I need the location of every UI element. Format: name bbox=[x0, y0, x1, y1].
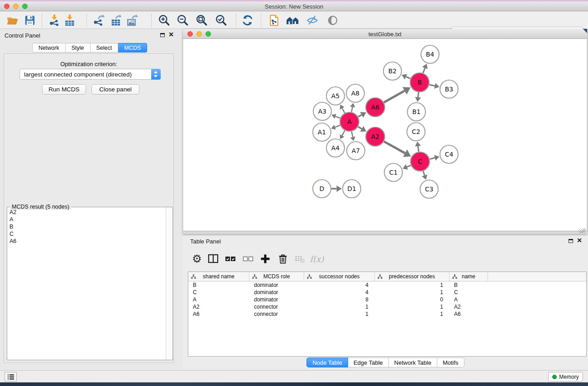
graph-node-B[interactable]: B bbox=[410, 73, 429, 92]
table-cell[interactable]: C bbox=[188, 289, 249, 296]
task-history-button[interactable] bbox=[5, 372, 17, 381]
close-panel-icon[interactable]: ✕ bbox=[168, 32, 174, 37]
table-cell[interactable]: 4 bbox=[304, 289, 375, 296]
zoom-fit-icon[interactable] bbox=[194, 13, 210, 28]
table-cell[interactable]: 1 bbox=[375, 303, 449, 310]
graph-node-D1[interactable]: D1 bbox=[343, 180, 361, 198]
table-cell[interactable]: 1 bbox=[375, 281, 449, 289]
table-float-panel-icon[interactable] bbox=[569, 239, 573, 243]
graph-node-B3[interactable]: B3 bbox=[440, 80, 458, 98]
table-cell[interactable]: 1 bbox=[304, 303, 375, 310]
criterion-dropdown[interactable]: largest connected component (directed) bbox=[19, 69, 161, 80]
table-close-panel-icon[interactable]: ✕ bbox=[577, 238, 582, 243]
add-column-icon[interactable] bbox=[258, 251, 273, 267]
zoom-out-icon[interactable] bbox=[175, 13, 191, 28]
close-panel-button[interactable]: Close panel bbox=[91, 84, 139, 95]
network-resize-grip[interactable] bbox=[578, 229, 586, 233]
graph-node-C1[interactable]: C1 bbox=[384, 163, 402, 181]
graph-node-A2[interactable]: A2 bbox=[366, 127, 385, 146]
refresh-icon[interactable] bbox=[240, 13, 255, 28]
table-cell[interactable]: connector bbox=[249, 303, 304, 310]
zoom-selected-icon[interactable] bbox=[214, 13, 229, 28]
graph-node-C2[interactable]: C2 bbox=[407, 123, 425, 141]
show-details-eye-icon[interactable] bbox=[325, 13, 340, 28]
table-cell[interactable]: dominator bbox=[249, 289, 304, 296]
table-cell[interactable]: 8 bbox=[304, 296, 375, 303]
table-row[interactable]: A2connector11A2 bbox=[188, 303, 586, 310]
tab-motifs[interactable]: Motifs bbox=[437, 357, 464, 367]
table-cell[interactable]: 1 bbox=[304, 310, 375, 318]
table-cell[interactable]: A bbox=[188, 296, 249, 303]
graph-node-A1[interactable]: A1 bbox=[313, 123, 331, 141]
table-cell[interactable]: 4 bbox=[304, 281, 375, 289]
graph-node-C3[interactable]: C3 bbox=[420, 180, 438, 198]
graph-node-A6[interactable]: A6 bbox=[366, 98, 385, 117]
memory-button[interactable]: Memory bbox=[548, 372, 583, 381]
mcds-result-item[interactable]: B bbox=[7, 223, 166, 230]
run-mcds-button[interactable]: Run MCDS bbox=[42, 84, 86, 95]
new-network-doc-icon[interactable] bbox=[266, 13, 282, 28]
graph-node-B1[interactable]: B1 bbox=[407, 103, 425, 121]
delete-column-trash-icon[interactable] bbox=[275, 251, 291, 267]
column-header-name[interactable]: name bbox=[449, 272, 488, 281]
column-header-shared-name[interactable]: shared name bbox=[188, 272, 249, 281]
mcds-result-item[interactable]: A2 bbox=[7, 209, 166, 216]
column-header-successor-nodes[interactable]: successor nodes bbox=[304, 272, 375, 281]
save-session-icon[interactable] bbox=[22, 13, 38, 28]
tab-node-table[interactable]: Node Table bbox=[306, 357, 348, 367]
graph-node-B4[interactable]: B4 bbox=[421, 45, 439, 63]
mcds-result-item[interactable]: C bbox=[7, 230, 166, 238]
import-table-icon[interactable] bbox=[62, 13, 77, 28]
delete-table-icon[interactable] bbox=[292, 251, 307, 267]
tab-mcds[interactable]: MCDS bbox=[118, 43, 147, 52]
import-network-icon[interactable] bbox=[47, 13, 62, 28]
table-cell[interactable]: 1 bbox=[375, 310, 449, 318]
table-cell[interactable]: A2 bbox=[449, 303, 488, 310]
graph-node-A7[interactable]: A7 bbox=[347, 142, 365, 160]
table-cell[interactable]: 0 bbox=[375, 296, 449, 303]
graph-node-A4[interactable]: A4 bbox=[326, 139, 344, 157]
mcds-result-item[interactable]: A bbox=[7, 216, 166, 223]
network-canvas[interactable]: B4B2BB3A5A8A6A3AB1A1C2A2A4A7C4CC1DD1C3 bbox=[183, 39, 587, 231]
table-options-gear-icon[interactable]: ⚙ bbox=[189, 251, 205, 267]
tab-style[interactable]: Style bbox=[66, 43, 91, 52]
graph-node-C4[interactable]: C4 bbox=[440, 145, 458, 163]
graph-node-C[interactable]: C bbox=[411, 152, 430, 171]
select-all-rows-icon[interactable] bbox=[223, 251, 238, 267]
table-cell[interactable]: 1 bbox=[375, 289, 449, 296]
dropdown-stepper-icon[interactable] bbox=[151, 69, 161, 80]
zoom-in-icon[interactable] bbox=[157, 13, 172, 28]
column-visibility-icon[interactable] bbox=[206, 251, 221, 267]
graph-node-A[interactable]: A bbox=[340, 112, 359, 131]
export-image-icon[interactable] bbox=[124, 13, 140, 28]
function-builder-icon[interactable]: f(x) bbox=[309, 251, 325, 267]
table-cell[interactable]: C bbox=[449, 289, 488, 296]
table-cell[interactable]: connector bbox=[249, 310, 304, 318]
table-cell[interactable]: B bbox=[188, 281, 249, 289]
export-table-icon[interactable] bbox=[109, 13, 124, 28]
tab-network-table[interactable]: Network Table bbox=[389, 357, 437, 367]
tab-network[interactable]: Network bbox=[32, 43, 66, 52]
table-cell[interactable]: A6 bbox=[188, 310, 249, 318]
tab-select[interactable]: Select bbox=[91, 43, 119, 52]
table-cell[interactable]: A2 bbox=[188, 303, 249, 310]
deselect-all-rows-icon[interactable] bbox=[240, 251, 256, 267]
open-session-icon[interactable] bbox=[5, 13, 20, 28]
table-cell[interactable]: A bbox=[449, 296, 488, 303]
table-row[interactable]: A6connector11A6 bbox=[188, 310, 586, 318]
mcds-result-item[interactable]: A6 bbox=[7, 238, 166, 245]
table-row[interactable]: Cdominator41C bbox=[188, 289, 586, 296]
table-cell[interactable]: B bbox=[449, 281, 488, 289]
home-icon[interactable] bbox=[285, 13, 301, 28]
column-header-predecessor-nodes[interactable]: predecessor nodes bbox=[375, 272, 449, 281]
graph-node-A5[interactable]: A5 bbox=[326, 87, 344, 105]
export-network-icon[interactable] bbox=[91, 13, 106, 28]
table-cell[interactable]: dominator bbox=[249, 296, 304, 303]
graph-node-B2[interactable]: B2 bbox=[383, 62, 402, 80]
table-row[interactable]: Bdominator41B bbox=[188, 281, 586, 289]
hide-details-eye-icon[interactable] bbox=[305, 13, 320, 28]
table-cell[interactable]: A6 bbox=[449, 310, 488, 318]
result-list-scrollbar[interactable] bbox=[166, 207, 172, 360]
table-row[interactable]: Adominator80A bbox=[188, 296, 586, 303]
graph-node-A3[interactable]: A3 bbox=[313, 102, 331, 120]
